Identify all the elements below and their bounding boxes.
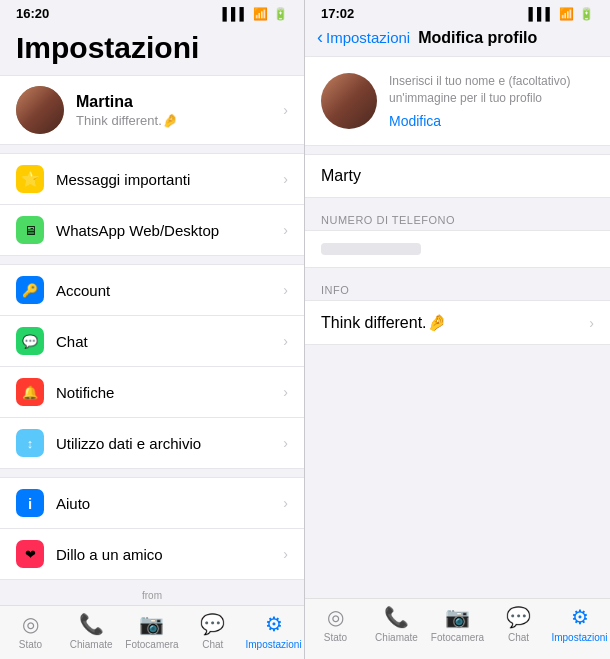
notifiche-label: Notifiche bbox=[56, 384, 283, 401]
right-nav-chat[interactable]: 💬 Chat bbox=[488, 605, 549, 643]
left-nav-chat[interactable]: 💬 Chat bbox=[182, 612, 243, 650]
info-row[interactable]: Think different.🤌 › bbox=[305, 301, 610, 344]
section-group-3: i Aiuto › ❤ Dillo a un amico › bbox=[0, 477, 304, 580]
profile-name: Martina bbox=[76, 93, 283, 111]
fotocamera-icon: 📷 bbox=[139, 612, 164, 636]
right-panel: 17:02 ▌▌▌ 📶 🔋 ‹ Impostazioni Modifica pr… bbox=[305, 0, 610, 659]
back-button[interactable]: ‹ Impostazioni bbox=[317, 27, 410, 48]
dillo-chevron: › bbox=[283, 546, 288, 562]
right-wifi-icon: 📶 bbox=[559, 7, 574, 21]
dillo-icon: ❤ bbox=[16, 540, 44, 568]
right-nav-bar: ‹ Impostazioni Modifica profilo bbox=[305, 23, 610, 56]
right-battery-icon: 🔋 bbox=[579, 7, 594, 21]
menu-item-messaggi[interactable]: ⭐ Messaggi importanti › bbox=[0, 154, 304, 205]
messaggi-icon: ⭐ bbox=[16, 165, 44, 193]
signal-icon: ▌▌▌ bbox=[222, 7, 248, 21]
menu-item-whatsapp-web[interactable]: 🖥 WhatsApp Web/Desktop › bbox=[0, 205, 304, 255]
stato-label: Stato bbox=[19, 639, 42, 650]
aiuto-chevron: › bbox=[283, 495, 288, 511]
right-nav-chiamate[interactable]: 📞 Chiamate bbox=[366, 605, 427, 643]
chiamate-icon: 📞 bbox=[79, 612, 104, 636]
chat-icon: 💬 bbox=[16, 327, 44, 355]
right-nav-stato[interactable]: ◎ Stato bbox=[305, 605, 366, 643]
avatar-image bbox=[16, 86, 64, 134]
left-nav-chiamate[interactable]: 📞 Chiamate bbox=[61, 612, 122, 650]
menu-item-chat[interactable]: 💬 Chat › bbox=[0, 316, 304, 367]
right-fotocamera-icon: 📷 bbox=[445, 605, 470, 629]
edit-link[interactable]: Modifica bbox=[389, 113, 594, 129]
info-text: Think different.🤌 bbox=[321, 313, 589, 332]
right-fotocamera-label: Fotocamera bbox=[431, 632, 484, 643]
right-status-icons: ▌▌▌ 📶 🔋 bbox=[528, 7, 594, 21]
back-label: Impostazioni bbox=[326, 29, 410, 46]
profile-status: Think different.🤌 bbox=[76, 113, 283, 128]
name-field-section bbox=[305, 154, 610, 198]
aiuto-label: Aiuto bbox=[56, 495, 283, 512]
chat-label: Chat bbox=[56, 333, 283, 350]
from-label: from bbox=[0, 588, 304, 605]
phone-field bbox=[305, 231, 610, 267]
right-chat-icon: 💬 bbox=[506, 605, 531, 629]
menu-item-account[interactable]: 🔑 Account › bbox=[0, 265, 304, 316]
edit-instructions: Inserisci il tuo nome e (facoltativo) un… bbox=[389, 73, 594, 107]
right-chat-label: Chat bbox=[508, 632, 529, 643]
whatsapp-web-label: WhatsApp Web/Desktop bbox=[56, 222, 283, 239]
info-label-container: INFO bbox=[305, 276, 610, 300]
wifi-icon: 📶 bbox=[253, 7, 268, 21]
phone-label-container: NUMERO DI TELEFONO bbox=[305, 206, 610, 230]
profile-row[interactable]: Martina Think different.🤌 › bbox=[0, 75, 304, 145]
right-nav-impostazioni[interactable]: ⚙ Impostazioni bbox=[549, 605, 610, 643]
account-label: Account bbox=[56, 282, 283, 299]
left-panel: 16:20 ▌▌▌ 📶 🔋 Impostazioni Martina Think… bbox=[0, 0, 305, 659]
utilizzo-label: Utilizzo dati e archivio bbox=[56, 435, 283, 452]
menu-item-dillo[interactable]: ❤ Dillo a un amico › bbox=[0, 529, 304, 579]
back-chevron-icon: ‹ bbox=[317, 27, 323, 48]
right-title: Modifica profilo bbox=[418, 29, 537, 47]
left-nav-impostazioni[interactable]: ⚙ Impostazioni bbox=[243, 612, 304, 650]
menu-item-utilizzo[interactable]: ↕ Utilizzo dati e archivio › bbox=[0, 418, 304, 468]
left-nav-stato[interactable]: ◎ Stato bbox=[0, 612, 61, 650]
notifiche-chevron: › bbox=[283, 384, 288, 400]
utilizzo-chevron: › bbox=[283, 435, 288, 451]
notifiche-icon: 🔔 bbox=[16, 378, 44, 406]
name-input[interactable] bbox=[305, 155, 610, 197]
right-stato-label: Stato bbox=[324, 632, 347, 643]
phone-section bbox=[305, 230, 610, 268]
chat-nav-icon: 💬 bbox=[200, 612, 225, 636]
right-impostazioni-label: Impostazioni bbox=[551, 632, 607, 643]
right-stato-icon: ◎ bbox=[327, 605, 344, 629]
right-chiamate-icon: 📞 bbox=[384, 605, 409, 629]
right-nav-fotocamera[interactable]: 📷 Fotocamera bbox=[427, 605, 488, 643]
fotocamera-label: Fotocamera bbox=[125, 639, 178, 650]
edit-avatar[interactable] bbox=[321, 73, 377, 129]
aiuto-icon: i bbox=[16, 489, 44, 517]
stato-icon: ◎ bbox=[22, 612, 39, 636]
edit-info: Inserisci il tuo nome e (facoltativo) un… bbox=[389, 73, 594, 129]
dillo-label: Dillo a un amico bbox=[56, 546, 283, 563]
utilizzo-icon: ↕ bbox=[16, 429, 44, 457]
menu-item-notifiche[interactable]: 🔔 Notifiche › bbox=[0, 367, 304, 418]
impostazioni-icon: ⚙ bbox=[265, 612, 283, 636]
right-content: Inserisci il tuo nome e (facoltativo) un… bbox=[305, 56, 610, 598]
right-status-bar: 17:02 ▌▌▌ 📶 🔋 bbox=[305, 0, 610, 23]
info-section-label: INFO bbox=[305, 276, 610, 300]
info-chevron: › bbox=[589, 315, 594, 331]
right-bottom-nav: ◎ Stato 📞 Chiamate 📷 Fotocamera 💬 Chat ⚙… bbox=[305, 598, 610, 659]
info-section: Think different.🤌 › bbox=[305, 300, 610, 345]
messaggi-label: Messaggi importanti bbox=[56, 171, 283, 188]
impostazioni-label: Impostazioni bbox=[246, 639, 302, 650]
avatar bbox=[16, 86, 64, 134]
whatsapp-web-chevron: › bbox=[283, 222, 288, 238]
chiamate-label: Chiamate bbox=[70, 639, 113, 650]
whatsapp-web-icon: 🖥 bbox=[16, 216, 44, 244]
left-title: Impostazioni bbox=[0, 23, 304, 75]
account-chevron: › bbox=[283, 282, 288, 298]
right-signal-icon: ▌▌▌ bbox=[528, 7, 554, 21]
right-impostazioni-icon: ⚙ bbox=[571, 605, 589, 629]
left-status-bar: 16:20 ▌▌▌ 📶 🔋 bbox=[0, 0, 304, 23]
right-time: 17:02 bbox=[321, 6, 354, 21]
menu-item-aiuto[interactable]: i Aiuto › bbox=[0, 478, 304, 529]
left-nav-fotocamera[interactable]: 📷 Fotocamera bbox=[122, 612, 183, 650]
phone-number-blur bbox=[321, 243, 421, 255]
left-bottom-nav: ◎ Stato 📞 Chiamate 📷 Fotocamera 💬 Chat ⚙… bbox=[0, 605, 304, 659]
